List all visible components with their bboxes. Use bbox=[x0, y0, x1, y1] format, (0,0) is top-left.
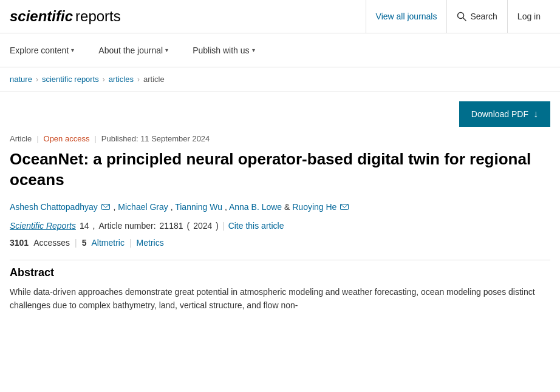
authors-list: Ashesh Chattopadhyay , Michael Gray , Ti… bbox=[10, 200, 550, 214]
author-wu[interactable]: Tianning Wu bbox=[175, 202, 222, 212]
email-icon-he bbox=[340, 200, 349, 214]
search-label: Search bbox=[470, 12, 497, 21]
main-content: Download PDF ↓ Article | Open access | P… bbox=[0, 92, 560, 327]
explore-content-menu[interactable]: Explore content ▾ bbox=[10, 46, 86, 55]
about-journal-chevron: ▾ bbox=[165, 47, 168, 53]
login-button[interactable]: Log in bbox=[508, 0, 550, 33]
open-access-link[interactable]: Open access bbox=[44, 134, 90, 143]
view-all-journals-link[interactable]: View all journals bbox=[366, 0, 448, 33]
article-number: 21181 bbox=[160, 221, 183, 231]
publish-with-us-menu[interactable]: Publish with us ▾ bbox=[193, 46, 267, 55]
top-nav-right: View all journals Search Log in bbox=[366, 0, 550, 33]
cite-this-article-link[interactable]: Cite this article bbox=[228, 221, 284, 231]
metrics-row: 3101 Accesses | 5 Altmetric | Metrics bbox=[10, 238, 550, 248]
author-gray[interactable]: Michael Gray bbox=[118, 202, 168, 212]
abstract-text: While data-driven approaches demonstrate… bbox=[10, 285, 550, 313]
breadcrumb-sep-2: › bbox=[103, 75, 105, 84]
journal-link[interactable]: Scientific Reports bbox=[10, 221, 76, 231]
abstract-title: Abstract bbox=[10, 260, 550, 279]
secondary-navigation: Explore content ▾ About the journal ▾ Pu… bbox=[0, 33, 560, 67]
author-lowe[interactable]: Anna B. Lowe bbox=[229, 202, 282, 212]
article-number-label: Article number: bbox=[98, 221, 155, 231]
search-icon bbox=[457, 12, 466, 21]
search-button[interactable]: Search bbox=[447, 0, 507, 33]
breadcrumb: nature › scientific reports › articles ›… bbox=[0, 67, 560, 92]
email-icon-chattopadhyay bbox=[101, 200, 110, 214]
article-title: OceanNet: a principled neural operator-b… bbox=[10, 149, 550, 191]
altmetric-count: 5 bbox=[82, 238, 87, 248]
about-journal-menu[interactable]: About the journal ▾ bbox=[98, 46, 180, 55]
metrics-link[interactable]: Metrics bbox=[137, 238, 164, 248]
accesses-count: 3101 bbox=[10, 238, 29, 248]
download-arrow-icon: ↓ bbox=[533, 109, 538, 120]
breadcrumb-sep-1: › bbox=[36, 75, 38, 84]
published-label: Published: 11 September 2024 bbox=[101, 134, 210, 143]
download-pdf-label: Download PDF bbox=[471, 109, 528, 119]
publish-with-us-chevron: ▾ bbox=[252, 47, 255, 53]
breadcrumb-articles[interactable]: articles bbox=[109, 75, 134, 84]
article-meta: Article | Open access | Published: 11 Se… bbox=[10, 132, 550, 143]
accesses-label: Accesses bbox=[33, 238, 70, 248]
article-type: Article bbox=[10, 134, 32, 143]
about-journal-label: About the journal bbox=[98, 46, 163, 55]
logo-bold: scientific bbox=[10, 8, 73, 25]
author-he[interactable]: Ruoying He bbox=[292, 202, 336, 212]
explore-content-label: Explore content bbox=[10, 46, 69, 55]
svg-line-1 bbox=[463, 18, 466, 21]
top-navigation: scientific reports View all journals Sea… bbox=[0, 0, 560, 33]
volume: 14 bbox=[80, 221, 89, 231]
published-date: 11 September 2024 bbox=[140, 134, 210, 143]
breadcrumb-article: article bbox=[143, 75, 165, 84]
breadcrumb-sep-3: › bbox=[137, 75, 140, 84]
breadcrumb-scientific-reports[interactable]: scientific reports bbox=[42, 75, 99, 84]
explore-content-chevron: ▾ bbox=[71, 47, 74, 53]
altmetric-link[interactable]: Altmetric bbox=[92, 238, 125, 248]
breadcrumb-nature[interactable]: nature bbox=[10, 75, 32, 84]
download-pdf-button[interactable]: Download PDF ↓ bbox=[459, 101, 550, 127]
journal-info: Scientific Reports 14 , Article number: … bbox=[10, 221, 550, 231]
publish-with-us-label: Publish with us bbox=[193, 46, 249, 55]
site-logo[interactable]: scientific reports bbox=[10, 8, 121, 25]
author-chattopadhyay[interactable]: Ashesh Chattopadhyay bbox=[10, 202, 98, 212]
download-row: Download PDF ↓ bbox=[10, 92, 550, 132]
logo-light: reports bbox=[75, 8, 121, 25]
